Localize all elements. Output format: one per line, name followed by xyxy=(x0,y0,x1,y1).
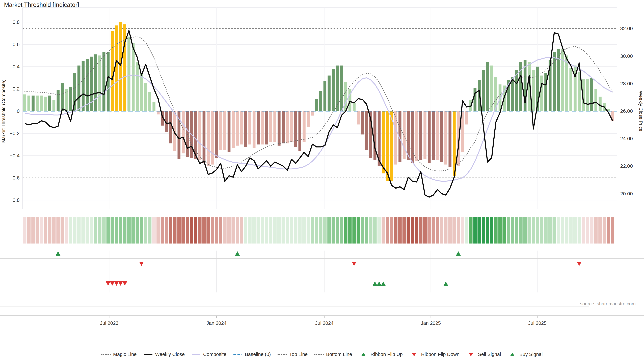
ribbon-cell[interactable] xyxy=(457,217,460,244)
ribbon-cell[interactable] xyxy=(165,217,168,244)
threshold-bar[interactable] xyxy=(311,111,314,116)
threshold-bar[interactable] xyxy=(207,111,210,166)
threshold-bar[interactable] xyxy=(474,88,477,111)
ribbon-cell[interactable] xyxy=(461,217,464,244)
legend-item-ribbon-flip-up[interactable]: Ribbon Flip Up xyxy=(359,352,403,357)
threshold-bar[interactable] xyxy=(561,49,564,111)
threshold-bar[interactable] xyxy=(36,95,39,111)
threshold-bar[interactable] xyxy=(119,22,122,111)
threshold-bar[interactable] xyxy=(61,83,64,111)
threshold-bar[interactable] xyxy=(532,70,535,111)
ribbon-flip-down-marker[interactable] xyxy=(139,262,144,266)
ribbon-cell[interactable] xyxy=(86,217,89,244)
threshold-bar[interactable] xyxy=(307,111,310,127)
ribbon-cell[interactable] xyxy=(260,217,264,244)
threshold-bar[interactable] xyxy=(136,62,139,111)
ribbon-cell[interactable] xyxy=(340,217,343,244)
ribbon-cell[interactable] xyxy=(486,217,489,244)
threshold-bar[interactable] xyxy=(32,95,34,111)
ribbon-cell[interactable] xyxy=(561,217,564,244)
ribbon-cell[interactable] xyxy=(132,217,135,244)
ribbon-cell[interactable] xyxy=(44,217,47,244)
ribbon-cell[interactable] xyxy=(240,217,243,244)
ribbon-cell[interactable] xyxy=(448,217,452,244)
threshold-bar[interactable] xyxy=(52,100,56,111)
ribbon-cell[interactable] xyxy=(211,217,214,244)
ribbon-cell[interactable] xyxy=(48,217,52,244)
ribbon-cell[interactable] xyxy=(290,217,293,244)
ribbon-cell[interactable] xyxy=(198,217,202,244)
threshold-bar[interactable] xyxy=(365,111,368,150)
ribbon-cell[interactable] xyxy=(557,217,560,244)
sell-signal-marker[interactable] xyxy=(110,281,114,286)
ribbon-cell[interactable] xyxy=(36,217,39,244)
ribbon-cell[interactable] xyxy=(348,217,352,244)
ribbon-cell[interactable] xyxy=(469,217,472,244)
sell-signal-marker[interactable] xyxy=(114,281,119,286)
threshold-bar[interactable] xyxy=(148,92,151,111)
ribbon-cell[interactable] xyxy=(536,217,539,244)
threshold-bar[interactable] xyxy=(386,111,389,181)
threshold-bar[interactable] xyxy=(269,111,272,142)
ribbon-cell[interactable] xyxy=(356,217,360,244)
threshold-bar[interactable] xyxy=(419,111,422,160)
ribbon-cell[interactable] xyxy=(390,217,393,244)
threshold-bar[interactable] xyxy=(286,111,289,143)
threshold-bar[interactable] xyxy=(411,111,414,163)
threshold-bar[interactable] xyxy=(565,55,568,111)
threshold-bar[interactable] xyxy=(482,70,485,111)
threshold-bar[interactable] xyxy=(128,36,130,111)
threshold-bar[interactable] xyxy=(102,52,106,111)
ribbon-cell[interactable] xyxy=(398,217,402,244)
ribbon-cell[interactable] xyxy=(519,217,522,244)
threshold-bar[interactable] xyxy=(152,102,156,111)
ribbon-flip-up-marker[interactable] xyxy=(456,251,461,256)
ribbon-cell[interactable] xyxy=(490,217,494,244)
ribbon-cell[interactable] xyxy=(232,217,235,244)
threshold-bar[interactable] xyxy=(324,81,326,111)
threshold-bar[interactable] xyxy=(228,111,230,152)
ribbon-cell[interactable] xyxy=(60,217,64,244)
ribbon-cell[interactable] xyxy=(507,217,510,244)
ribbon-cell[interactable] xyxy=(548,217,552,244)
threshold-bar[interactable] xyxy=(598,97,602,111)
ribbon-cell[interactable] xyxy=(215,217,218,244)
threshold-bar[interactable] xyxy=(94,54,97,111)
ribbon-cell[interactable] xyxy=(386,217,389,244)
ribbon-cell[interactable] xyxy=(478,217,481,244)
threshold-bar[interactable] xyxy=(69,87,72,111)
ribbon-cell[interactable] xyxy=(31,217,35,244)
ribbon-cell[interactable] xyxy=(202,217,206,244)
ribbon-cell[interactable] xyxy=(332,217,335,244)
buy-signal-marker[interactable] xyxy=(377,281,382,286)
ribbon-cell[interactable] xyxy=(436,217,439,244)
legend-item-composite[interactable]: Composite xyxy=(191,352,226,357)
ribbon-cell[interactable] xyxy=(219,217,222,244)
ribbon-cell[interactable] xyxy=(127,217,131,244)
threshold-bar[interactable] xyxy=(282,111,285,143)
ribbon-cell[interactable] xyxy=(394,217,398,244)
legend-item-top-line[interactable]: Top Line xyxy=(278,352,308,357)
ribbon-cell[interactable] xyxy=(223,217,226,244)
ribbon-cell[interactable] xyxy=(440,217,443,244)
threshold-bar[interactable] xyxy=(328,76,330,111)
ribbon-cell[interactable] xyxy=(265,217,268,244)
ribbon-cell[interactable] xyxy=(119,217,122,244)
threshold-bar[interactable] xyxy=(569,68,572,111)
ribbon-cell[interactable] xyxy=(565,217,568,244)
threshold-bar[interactable] xyxy=(132,43,135,111)
threshold-bar[interactable] xyxy=(403,111,406,159)
ribbon-cell[interactable] xyxy=(590,217,593,244)
threshold-bar[interactable] xyxy=(198,111,202,160)
threshold-bar[interactable] xyxy=(240,111,243,144)
ribbon-cell[interactable] xyxy=(415,217,418,244)
threshold-bar[interactable] xyxy=(294,111,297,147)
ribbon-cell[interactable] xyxy=(544,217,548,244)
threshold-bar[interactable] xyxy=(594,89,598,111)
threshold-bar[interactable] xyxy=(44,97,47,111)
sell-signal-marker[interactable] xyxy=(118,281,123,286)
ribbon-cell[interactable] xyxy=(444,217,448,244)
ribbon-cell[interactable] xyxy=(298,217,302,244)
ribbon-cell[interactable] xyxy=(336,217,339,244)
threshold-bar[interactable] xyxy=(302,111,306,142)
